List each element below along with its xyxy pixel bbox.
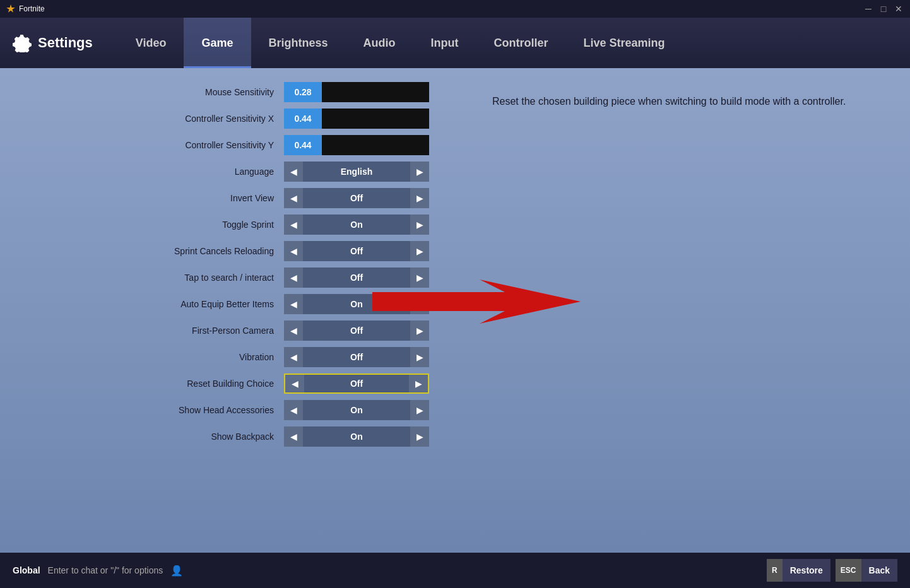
slider-value-controller-y: 0.44: [284, 135, 322, 155]
tab-input[interactable]: Input: [413, 18, 476, 68]
tab-game[interactable]: Game: [184, 18, 251, 68]
main-content: Mouse Sensitivity 0.28 Controller Sensit…: [0, 68, 910, 553]
slider-bar-mouse-sensitivity[interactable]: [322, 82, 429, 102]
slider-controller-y[interactable]: 0.44: [284, 135, 429, 155]
toggle-left-head-accessories[interactable]: ◀: [284, 400, 303, 420]
toggle-value-language: English: [303, 167, 410, 177]
toggle-left-auto-equip[interactable]: ◀: [284, 294, 303, 314]
title-bar: Fortnite ─ □ ✕: [0, 0, 910, 18]
slider-value-controller-x: 0.44: [284, 109, 322, 129]
toggle-right-language[interactable]: ▶: [410, 162, 429, 182]
toggle-vibration[interactable]: ◀ Off ▶: [284, 347, 429, 367]
setting-vibration: Vibration ◀ Off ▶: [25, 346, 454, 368]
toggle-value-first-person: Off: [303, 326, 410, 336]
red-arrow: [372, 279, 581, 324]
svg-marker-0: [372, 279, 581, 324]
bottom-right: R Restore ESC Back: [767, 559, 897, 582]
tab-audio[interactable]: Audio: [346, 18, 413, 68]
chat-hint: Enter to chat or "/" for options: [48, 565, 163, 575]
maximize-button[interactable]: □: [878, 4, 889, 13]
nav-bar: Settings Video Game Brightness Audio Inp…: [0, 18, 910, 68]
setting-label-language: Language: [25, 167, 284, 177]
toggle-left-first-person[interactable]: ◀: [284, 320, 303, 341]
toggle-left-sprint[interactable]: ◀: [284, 215, 303, 235]
tab-controller[interactable]: Controller: [476, 18, 566, 68]
toggle-language[interactable]: ◀ English ▶: [284, 162, 429, 182]
toggle-sprint[interactable]: ◀ On ▶: [284, 215, 429, 235]
toggle-value-vibration: Off: [303, 352, 410, 362]
tab-brightness[interactable]: Brightness: [251, 18, 346, 68]
nav-brand: Settings: [13, 33, 93, 52]
toggle-right-invert-view[interactable]: ▶: [410, 188, 429, 208]
toggle-right-sprint[interactable]: ▶: [410, 215, 429, 235]
app-title: Fortnite: [19, 4, 45, 13]
toggle-left-vibration[interactable]: ◀: [284, 347, 303, 367]
setting-head-accessories: Show Head Accessories ◀ On ▶: [25, 399, 454, 421]
bottom-bar: Global Enter to chat or "/" for options …: [0, 553, 910, 588]
setting-label-head-accessories: Show Head Accessories: [25, 405, 284, 415]
minimize-button[interactable]: ─: [863, 4, 873, 13]
toggle-right-sprint-cancels[interactable]: ▶: [410, 241, 429, 261]
toggle-left-language[interactable]: ◀: [284, 162, 303, 182]
setting-mouse-sensitivity: Mouse Sensitivity 0.28: [25, 81, 454, 103]
slider-bar-controller-y[interactable]: [322, 135, 429, 155]
toggle-right-reset-building[interactable]: ▶: [409, 375, 428, 392]
setting-backpack: Show Backpack ◀ On ▶: [25, 425, 454, 448]
toggle-value-sprint: On: [303, 220, 410, 230]
close-button[interactable]: ✕: [894, 4, 904, 13]
setting-sprint-cancels: Sprint Cancels Reloading ◀ Off ▶: [25, 240, 454, 262]
info-text: Reset the chosen building piece when swi…: [492, 93, 872, 110]
setting-label-invert-view: Invert View: [25, 193, 284, 203]
setting-label-auto-equip: Auto Equip Better Items: [25, 299, 284, 309]
slider-bar-controller-x[interactable]: [322, 109, 429, 129]
slider-mouse-sensitivity[interactable]: 0.28: [284, 82, 429, 102]
bottom-left: Global Enter to chat or "/" for options …: [13, 565, 183, 577]
fortnite-icon: [6, 4, 15, 13]
restore-button[interactable]: R Restore: [767, 559, 830, 582]
setting-label-first-person: First-Person Camera: [25, 326, 284, 336]
toggle-reset-building[interactable]: ◀ Off ▶: [284, 373, 429, 394]
setting-label-controller-y: Controller Sensitivity Y: [25, 140, 284, 150]
nav-tabs: Video Game Brightness Audio Input Contro…: [118, 18, 683, 68]
settings-title: Settings: [38, 35, 93, 51]
window-controls: ─ □ ✕: [863, 4, 904, 13]
tab-live-streaming[interactable]: Live Streaming: [566, 18, 683, 68]
toggle-sprint-cancels[interactable]: ◀ Off ▶: [284, 241, 429, 261]
tab-video[interactable]: Video: [118, 18, 184, 68]
toggle-value-invert-view: Off: [303, 193, 410, 203]
setting-label-toggle-sprint: Toggle Sprint: [25, 220, 284, 230]
toggle-left-tap-search[interactable]: ◀: [284, 268, 303, 288]
setting-invert-view: Invert View ◀ Off ▶: [25, 187, 454, 209]
toggle-right-backpack[interactable]: ▶: [410, 426, 429, 447]
toggle-value-sprint-cancels: Off: [303, 246, 410, 256]
setting-label-vibration: Vibration: [25, 352, 284, 362]
setting-label-controller-x: Controller Sensitivity X: [25, 114, 284, 124]
toggle-backpack[interactable]: ◀ On ▶: [284, 426, 429, 447]
setting-label-backpack: Show Backpack: [25, 432, 284, 442]
toggle-left-reset-building[interactable]: ◀: [285, 375, 304, 392]
back-label: Back: [861, 559, 897, 582]
toggle-value-reset-building: Off: [304, 379, 409, 389]
restore-label: Restore: [783, 559, 830, 582]
setting-controller-x: Controller Sensitivity X 0.44: [25, 107, 454, 130]
chat-icon: 👤: [170, 565, 183, 577]
setting-toggle-sprint: Toggle Sprint ◀ On ▶: [25, 213, 454, 236]
toggle-invert-view[interactable]: ◀ Off ▶: [284, 188, 429, 208]
slider-controller-x[interactable]: 0.44: [284, 109, 429, 129]
setting-label-sprint-cancels: Sprint Cancels Reloading: [25, 246, 284, 256]
toggle-right-head-accessories[interactable]: ▶: [410, 400, 429, 420]
restore-key: R: [767, 559, 783, 582]
title-bar-left: Fortnite: [6, 4, 45, 13]
setting-label-mouse-sensitivity: Mouse Sensitivity: [25, 87, 284, 97]
toggle-left-invert-view[interactable]: ◀: [284, 188, 303, 208]
toggle-head-accessories[interactable]: ◀ On ▶: [284, 400, 429, 420]
slider-value-mouse-sensitivity: 0.28: [284, 82, 322, 102]
setting-reset-building: Reset Building Choice ◀ Off ▶: [25, 372, 454, 395]
global-label: Global: [13, 565, 40, 575]
toggle-value-backpack: On: [303, 432, 410, 442]
info-panel: Reset the chosen building piece when swi…: [480, 81, 885, 540]
back-button[interactable]: ESC Back: [836, 559, 897, 582]
toggle-left-sprint-cancels[interactable]: ◀: [284, 241, 303, 261]
toggle-right-vibration[interactable]: ▶: [410, 347, 429, 367]
toggle-left-backpack[interactable]: ◀: [284, 426, 303, 447]
